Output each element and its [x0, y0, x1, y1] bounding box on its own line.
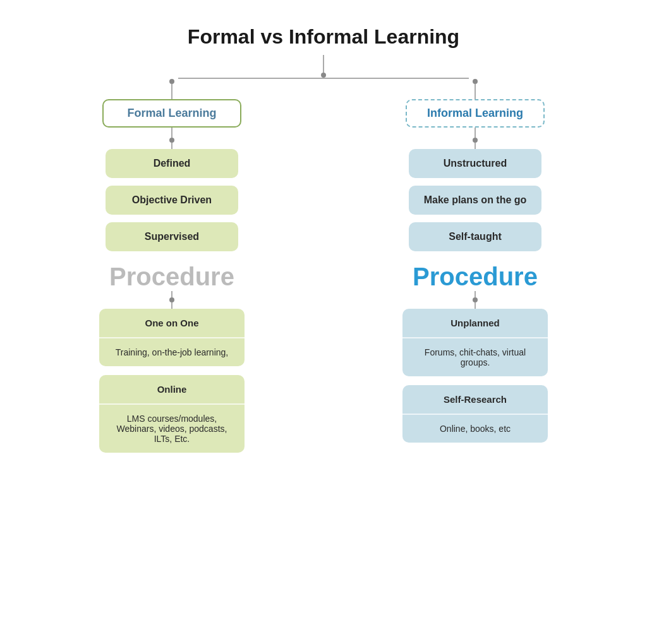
- formal-proc-sub-1: LMS courses/modules, Webinars, videos, p…: [99, 405, 245, 453]
- informal-proc-title-0: Unplanned: [402, 309, 548, 337]
- formal-item-0: Defined: [106, 149, 238, 178]
- formal-proc-title-0: One on One: [99, 309, 245, 337]
- h-branch-line: [178, 78, 469, 79]
- right-header-connector: [473, 128, 478, 149]
- informal-learning-header: Informal Learning: [406, 99, 545, 128]
- formal-procedure-label: Procedure: [109, 263, 234, 291]
- formal-learning-header: Formal Learning: [102, 99, 241, 128]
- formal-item-1: Objective Driven: [106, 186, 238, 215]
- top-vline: [323, 55, 324, 73]
- proc-divider-0: [99, 337, 245, 338]
- formal-proc-block-1: Online LMS courses/modules, Webinars, vi…: [99, 375, 245, 453]
- informal-items-stack: Unstructured Make plans on the go Self-t…: [409, 149, 541, 251]
- proc-divider-right-0: [402, 337, 548, 338]
- informal-proc-block-0: Unplanned Forums, chit-chats, virtual gr…: [402, 309, 548, 376]
- left-branch-vline: [171, 84, 172, 99]
- page-container: Formal vs Informal Learning Formal Learn…: [0, 0, 647, 644]
- top-dot: [321, 73, 326, 78]
- informal-item-0: Unstructured: [409, 149, 541, 178]
- top-connector: [321, 55, 326, 78]
- left-branch-connector: [169, 79, 174, 99]
- right-branch-connector: [473, 79, 478, 99]
- formal-procedure-blocks: One on One Training, on-the-job learning…: [99, 309, 245, 453]
- informal-learning-col: Informal Learning Unstructured Make plan…: [342, 79, 608, 453]
- right-branch-dot: [473, 79, 478, 84]
- two-col-layout: Formal Learning Defined Objective Driven…: [39, 79, 608, 453]
- left-branch-dot: [169, 79, 174, 84]
- formal-learning-col: Formal Learning Defined Objective Driven…: [39, 79, 305, 453]
- informal-item-2: Self-taught: [409, 222, 541, 251]
- informal-proc-sub-1: Online, books, etc: [402, 415, 548, 443]
- formal-proc-block-0: One on One Training, on-the-job learning…: [99, 309, 245, 366]
- informal-proc-title-1: Self-Research: [402, 385, 548, 414]
- main-title: Formal vs Informal Learning: [188, 25, 459, 49]
- formal-items-stack: Defined Objective Driven Supervised: [106, 149, 238, 251]
- informal-proc-sub-0: Forums, chit-chats, virtual groups.: [402, 338, 548, 376]
- formal-item-2: Supervised: [106, 222, 238, 251]
- informal-procedure-label: Procedure: [413, 263, 538, 291]
- right-branch-vline: [475, 84, 476, 99]
- left-header-connector: [169, 128, 174, 149]
- formal-proc-title-1: Online: [99, 375, 245, 403]
- informal-proc-block-1: Self-Research Online, books, etc: [402, 385, 548, 443]
- right-proc-connector: [473, 291, 478, 309]
- informal-procedure-blocks: Unplanned Forums, chit-chats, virtual gr…: [402, 309, 548, 443]
- proc-divider-right-1: [402, 414, 548, 415]
- proc-divider-1: [99, 403, 245, 405]
- informal-item-1: Make plans on the go: [409, 186, 541, 215]
- formal-proc-sub-0: Training, on-the-job learning,: [99, 338, 245, 366]
- left-proc-connector: [169, 291, 174, 309]
